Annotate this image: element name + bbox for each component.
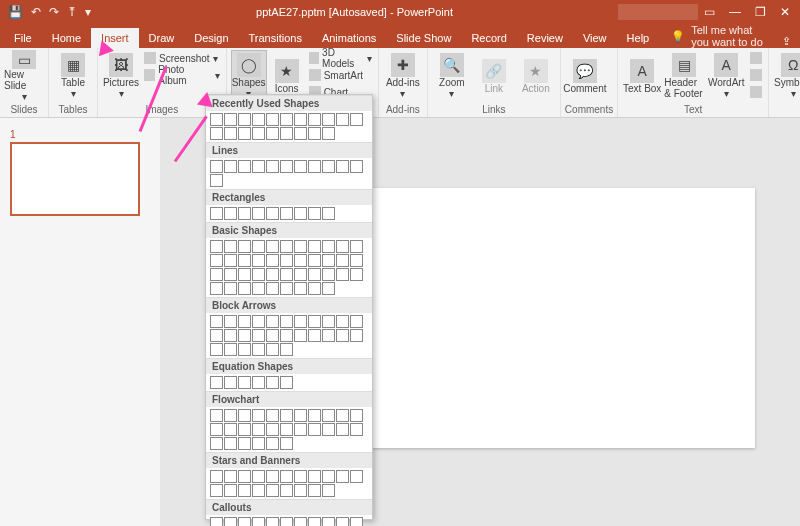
tab-file[interactable]: File — [4, 28, 42, 48]
gallery-shape[interactable] — [280, 254, 293, 267]
tab-design[interactable]: Design — [184, 28, 238, 48]
gallery-shape[interactable] — [308, 329, 321, 342]
gallery-shape[interactable] — [210, 437, 223, 450]
header-footer-button[interactable]: ▤Header & Footer — [664, 50, 704, 102]
gallery-shape[interactable] — [224, 127, 237, 140]
maximize-icon[interactable]: ❐ — [755, 5, 766, 19]
gallery-shape[interactable] — [224, 315, 237, 328]
gallery-shape[interactable] — [308, 423, 321, 436]
gallery-shape[interactable] — [294, 254, 307, 267]
gallery-shape[interactable] — [322, 470, 335, 483]
gallery-shape[interactable] — [238, 437, 251, 450]
tab-transitions[interactable]: Transitions — [239, 28, 312, 48]
gallery-shape[interactable] — [280, 484, 293, 497]
gallery-shape[interactable] — [252, 207, 265, 220]
gallery-shape[interactable] — [294, 315, 307, 328]
gallery-shape[interactable] — [266, 517, 279, 526]
gallery-shape[interactable] — [252, 437, 265, 450]
gallery-shape[interactable] — [350, 470, 363, 483]
gallery-shape[interactable] — [266, 470, 279, 483]
gallery-shape[interactable] — [294, 268, 307, 281]
table-button[interactable]: ▦ Table ▾ — [53, 50, 93, 102]
zoom-button[interactable]: 🔍Zoom▾ — [432, 50, 472, 102]
gallery-shape[interactable] — [238, 113, 251, 126]
gallery-shape[interactable] — [252, 484, 265, 497]
gallery-shape[interactable] — [280, 343, 293, 356]
gallery-shape[interactable] — [294, 484, 307, 497]
gallery-shape[interactable] — [308, 160, 321, 173]
gallery-shape[interactable] — [350, 160, 363, 173]
gallery-shape[interactable] — [350, 409, 363, 422]
action-button[interactable]: ★Action — [516, 50, 556, 102]
gallery-shape[interactable] — [210, 240, 223, 253]
gallery-shape[interactable] — [322, 240, 335, 253]
gallery-shape[interactable] — [266, 437, 279, 450]
gallery-shape[interactable] — [210, 207, 223, 220]
smartart-button[interactable]: SmartArt — [307, 67, 374, 83]
gallery-shape[interactable] — [224, 113, 237, 126]
gallery-shape[interactable] — [336, 517, 349, 526]
gallery-shape[interactable] — [322, 315, 335, 328]
tab-slide-show[interactable]: Slide Show — [386, 28, 461, 48]
gallery-shape[interactable] — [350, 517, 363, 526]
tell-me-search[interactable]: 💡 Tell me what you want to do — [659, 24, 772, 48]
tab-record[interactable]: Record — [461, 28, 516, 48]
gallery-shape[interactable] — [280, 160, 293, 173]
redo-icon[interactable]: ↷ — [49, 5, 59, 19]
gallery-shape[interactable] — [238, 376, 251, 389]
gallery-shape[interactable] — [322, 268, 335, 281]
gallery-shape[interactable] — [266, 113, 279, 126]
close-icon[interactable]: ✕ — [780, 5, 790, 19]
gallery-shape[interactable] — [224, 329, 237, 342]
gallery-shape[interactable] — [322, 160, 335, 173]
gallery-shape[interactable] — [280, 207, 293, 220]
gallery-shape[interactable] — [280, 127, 293, 140]
gallery-shape[interactable] — [266, 254, 279, 267]
gallery-shape[interactable] — [252, 160, 265, 173]
gallery-shape[interactable] — [294, 282, 307, 295]
gallery-shape[interactable] — [350, 315, 363, 328]
gallery-shape[interactable] — [238, 282, 251, 295]
gallery-shape[interactable] — [350, 268, 363, 281]
gallery-shape[interactable] — [266, 240, 279, 253]
gallery-shape[interactable] — [238, 517, 251, 526]
gallery-shape[interactable] — [266, 315, 279, 328]
gallery-shape[interactable] — [210, 423, 223, 436]
gallery-shape[interactable] — [266, 484, 279, 497]
ribbon-display-icon[interactable]: ▭ — [704, 5, 715, 19]
gallery-shape[interactable] — [266, 376, 279, 389]
gallery-shape[interactable] — [294, 240, 307, 253]
gallery-shape[interactable] — [210, 343, 223, 356]
gallery-shape[interactable] — [322, 329, 335, 342]
gallery-shape[interactable] — [224, 254, 237, 267]
gallery-shape[interactable] — [266, 343, 279, 356]
gallery-shape[interactable] — [238, 423, 251, 436]
slide-thumbnail-pane[interactable]: 1 — [0, 118, 160, 526]
gallery-shape[interactable] — [280, 423, 293, 436]
3d-models-button[interactable]: 3D Models ▾ — [307, 50, 374, 66]
gallery-shape[interactable] — [238, 160, 251, 173]
gallery-shape[interactable] — [280, 282, 293, 295]
gallery-shape[interactable] — [224, 470, 237, 483]
gallery-shape[interactable] — [252, 470, 265, 483]
user-account[interactable] — [618, 4, 698, 20]
gallery-shape[interactable] — [252, 113, 265, 126]
gallery-shape[interactable] — [308, 127, 321, 140]
gallery-shape[interactable] — [294, 470, 307, 483]
addins-button[interactable]: ✚ Add-ins ▾ — [383, 50, 423, 102]
gallery-shape[interactable] — [322, 282, 335, 295]
gallery-shape[interactable] — [266, 207, 279, 220]
gallery-shape[interactable] — [224, 423, 237, 436]
gallery-shape[interactable] — [322, 517, 335, 526]
gallery-shape[interactable] — [280, 470, 293, 483]
gallery-shape[interactable] — [210, 315, 223, 328]
gallery-shape[interactable] — [210, 160, 223, 173]
gallery-shape[interactable] — [238, 315, 251, 328]
gallery-shape[interactable] — [308, 315, 321, 328]
gallery-shape[interactable] — [210, 409, 223, 422]
gallery-shape[interactable] — [252, 329, 265, 342]
symbols-button[interactable]: ΩSymbols▾ — [773, 50, 800, 102]
gallery-shape[interactable] — [322, 423, 335, 436]
gallery-shape[interactable] — [252, 315, 265, 328]
gallery-shape[interactable] — [252, 127, 265, 140]
